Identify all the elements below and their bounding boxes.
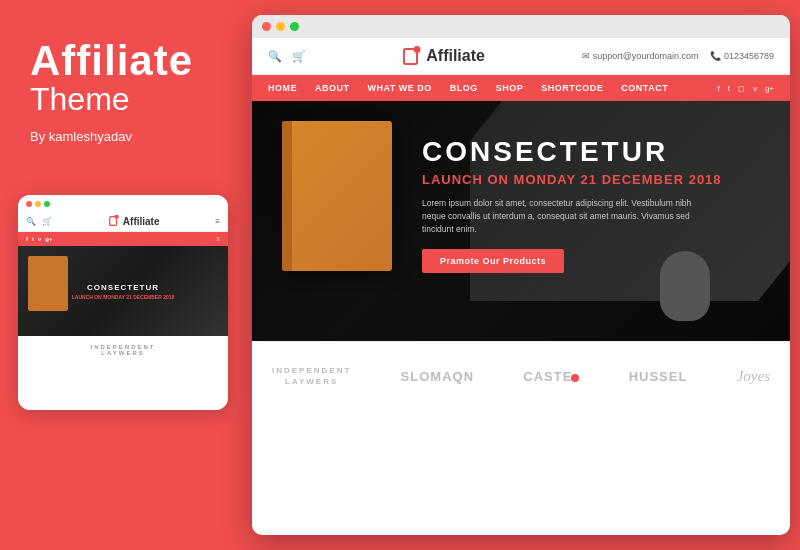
desktop-email: ✉ support@yourdomain.com xyxy=(582,51,698,61)
nav-blog[interactable]: BLOG xyxy=(450,83,478,93)
desktop-cart-icon[interactable]: 🛒 xyxy=(292,50,306,63)
nav-about[interactable]: ABOUT xyxy=(315,83,350,93)
desktop-nav: HOME ABOUT WHAT WE DO BLOG SHOP SHORTCOD… xyxy=(252,75,790,101)
mobile-dot-red xyxy=(26,201,32,207)
brand-joyes: Joyes xyxy=(737,368,770,385)
mobile-dot-green xyxy=(44,201,50,207)
mobile-header: 🔍 🛒 Affiliate ≡ xyxy=(18,211,228,232)
mobile-hero: CONSECTETUR LAUNCH ON MONDAY 21 DECEMBER… xyxy=(18,246,228,336)
theme-type: Theme xyxy=(30,82,218,117)
mobile-menu-icon: ≡ xyxy=(215,217,220,226)
desktop-preview: 🔍 🛒 Affiliate ✉ support@yourdomain.com 📞… xyxy=(252,15,790,535)
nav-contact[interactable]: CONTACT xyxy=(621,83,668,93)
hero-description: Lorem ipsum dolor sit amet, consectetur … xyxy=(422,197,702,235)
brand-independent-text: INDEPENDENTLAYWERS xyxy=(272,366,351,387)
hero-subtitle-post: DECEMBER 2018 xyxy=(597,172,722,187)
nav-what-we-do[interactable]: WHAT WE DO xyxy=(368,83,432,93)
mobile-titlebar xyxy=(18,195,228,211)
mobile-hero-sub-post: DECEMBER 2018 xyxy=(132,294,175,300)
mobile-brand-svg-icon xyxy=(108,215,120,227)
hero-subtitle-highlight: MONDAY 21 xyxy=(514,172,597,187)
theme-name: Affiliate xyxy=(30,40,218,82)
desktop-search-icon[interactable]: 🔍 xyxy=(268,50,282,63)
desktop-brand: Affiliate xyxy=(403,46,485,66)
mobile-dot-yellow xyxy=(35,201,41,207)
svg-point-1 xyxy=(114,215,118,219)
desktop-brand-name: Affiliate xyxy=(426,47,485,65)
brand-hussel-logo: HUSSEL xyxy=(629,369,688,384)
nav-shop[interactable]: SHOP xyxy=(496,83,524,93)
social-vimeo-icon[interactable]: v xyxy=(753,84,757,93)
desktop-nav-items: HOME ABOUT WHAT WE DO BLOG SHOP SHORTCOD… xyxy=(268,83,717,93)
left-panel: Affiliate Theme By kamleshyadav 🔍 🛒 Affi… xyxy=(0,0,248,550)
mobile-nav-t: t xyxy=(32,236,34,242)
brand-dot-icon xyxy=(571,374,579,382)
mobile-header-left-icons: 🔍 🛒 xyxy=(26,217,52,226)
mobile-search-icon: 🔍 xyxy=(26,217,36,226)
hero-cta-button[interactable]: Pramote Our Products xyxy=(422,249,564,273)
desktop-brand-svg-icon xyxy=(403,46,421,66)
desktop-dot-green xyxy=(290,22,299,31)
brand-casted: CASTE xyxy=(523,369,579,384)
hero-title: CONSECTETUR xyxy=(422,136,770,168)
mobile-footer-brand: INDEPENDENT LAYWERS xyxy=(18,336,228,364)
brand-slomaqn-logo: SLOMAQN xyxy=(401,369,474,384)
mobile-preview: 🔍 🛒 Affiliate ≡ f t v g+ ≡ xyxy=(18,195,228,410)
desktop-social-icons: f t ◻ v g+ xyxy=(717,84,774,93)
mobile-footer-line2: LAYWERS xyxy=(26,350,220,356)
desktop-phone: 📞 0123456789 xyxy=(710,51,774,61)
author-credit: By kamleshyadav xyxy=(30,129,218,144)
brand-independent: INDEPENDENTLAYWERS xyxy=(272,366,351,387)
desktop-header-right: ✉ support@yourdomain.com 📞 0123456789 xyxy=(582,51,774,61)
mobile-nav-v: v xyxy=(38,236,41,242)
mobile-nav-menu: ≡ xyxy=(216,236,220,242)
desktop-dot-red xyxy=(262,22,271,31)
desktop-header: 🔍 🛒 Affiliate ✉ support@yourdomain.com 📞… xyxy=(252,38,790,75)
social-facebook-icon[interactable]: f xyxy=(717,84,719,93)
hero-content: CONSECTETUR LAUNCH ON MONDAY 21 DECEMBER… xyxy=(252,101,790,293)
nav-shortcode[interactable]: SHORTCODE xyxy=(541,83,603,93)
desktop-header-left: 🔍 🛒 xyxy=(268,50,306,63)
desktop-dot-yellow xyxy=(276,22,285,31)
social-instagram-icon[interactable]: ◻ xyxy=(738,84,745,93)
mobile-hero-text: CONSECTETUR LAUNCH ON MONDAY 21 DECEMBER… xyxy=(42,283,205,300)
brand-slomaqn: SLOMAQN xyxy=(401,369,474,384)
mobile-nav-g: g+ xyxy=(45,236,52,242)
mobile-hero-sub-highlight: MONDAY 21 xyxy=(103,294,132,300)
mobile-nav: f t v g+ ≡ xyxy=(18,232,228,246)
mobile-brand: Affiliate xyxy=(108,215,160,227)
brand-joyes-logo: Joyes xyxy=(737,368,770,385)
hero-subtitle-pre: LAUNCH ON xyxy=(422,172,514,187)
mobile-hero-title: CONSECTETUR xyxy=(72,283,175,292)
brands-section: INDEPENDENTLAYWERS SLOMAQN CASTE HUSSEL … xyxy=(252,341,790,411)
brand-hussel: HUSSEL xyxy=(629,369,688,384)
mobile-brand-name: Affiliate xyxy=(123,216,160,227)
nav-home[interactable]: HOME xyxy=(268,83,297,93)
desktop-titlebar xyxy=(252,15,790,38)
mobile-hero-subtitle: LAUNCH ON MONDAY 21 DECEMBER 2018 xyxy=(72,294,175,300)
desktop-hero: CONSECTETUR LAUNCH ON MONDAY 21 DECEMBER… xyxy=(252,101,790,341)
mobile-window-controls xyxy=(26,201,50,207)
brand-casted-logo: CASTE xyxy=(523,369,579,384)
social-gplus-icon[interactable]: g+ xyxy=(765,84,774,93)
hero-subtitle: LAUNCH ON MONDAY 21 DECEMBER 2018 xyxy=(422,172,770,187)
mobile-nav-f: f xyxy=(26,236,28,242)
mobile-cart-icon: 🛒 xyxy=(42,217,52,226)
social-twitter-icon[interactable]: t xyxy=(728,84,730,93)
mobile-hero-sub-pre: LAUNCH ON xyxy=(72,294,103,300)
svg-point-3 xyxy=(414,46,421,53)
